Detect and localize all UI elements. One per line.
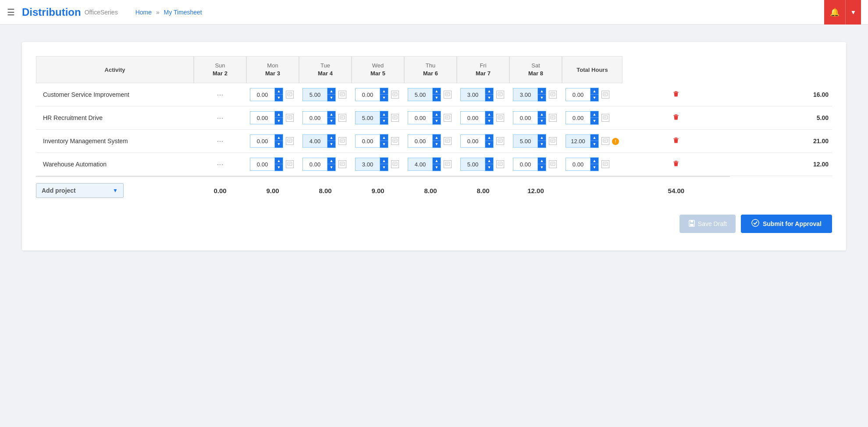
hour-input[interactable] <box>302 88 327 101</box>
hour-input[interactable] <box>513 111 537 124</box>
spin-up-button[interactable]: ▲ <box>591 111 598 118</box>
spin-down-button[interactable]: ▼ <box>538 95 546 101</box>
hour-input[interactable] <box>460 134 485 148</box>
comment-button[interactable] <box>391 91 399 99</box>
comment-button[interactable] <box>601 91 609 99</box>
hour-input[interactable] <box>513 158 537 171</box>
spin-up-button[interactable]: ▲ <box>275 88 283 95</box>
comment-button[interactable] <box>444 160 452 168</box>
spin-up-button[interactable]: ▲ <box>591 134 598 141</box>
row-options-dots[interactable]: ··· <box>194 153 246 176</box>
hour-input[interactable] <box>355 134 380 148</box>
spin-down-button[interactable]: ▼ <box>591 95 598 101</box>
submit-approval-button[interactable]: Submit for Approval <box>741 215 832 233</box>
hour-input[interactable] <box>355 88 380 101</box>
comment-button[interactable] <box>549 137 557 145</box>
spin-down-button[interactable]: ▼ <box>591 164 598 171</box>
hour-input[interactable] <box>566 134 590 148</box>
spin-up-button[interactable]: ▲ <box>433 111 441 118</box>
comment-button[interactable] <box>601 114 609 122</box>
spin-down-button[interactable]: ▼ <box>591 141 598 148</box>
spin-down-button[interactable]: ▼ <box>433 118 441 124</box>
spin-down-button[interactable]: ▼ <box>591 118 598 124</box>
spin-down-button[interactable]: ▼ <box>275 164 283 171</box>
comment-button[interactable] <box>286 160 294 168</box>
spin-down-button[interactable]: ▼ <box>275 118 283 124</box>
comment-button[interactable] <box>391 114 399 122</box>
comment-button[interactable] <box>391 137 399 145</box>
spin-down-button[interactable]: ▼ <box>485 118 493 124</box>
comment-button[interactable] <box>496 91 504 99</box>
comment-button[interactable] <box>338 114 346 122</box>
spin-up-button[interactable]: ▲ <box>327 88 335 95</box>
breadcrumb-home[interactable]: Home <box>135 9 152 16</box>
spin-up-button[interactable]: ▲ <box>275 111 283 118</box>
spin-down-button[interactable]: ▼ <box>380 164 388 171</box>
comment-button[interactable] <box>286 91 294 99</box>
spin-up-button[interactable]: ▲ <box>380 88 388 95</box>
comment-button[interactable] <box>444 137 452 145</box>
comment-button[interactable] <box>338 137 346 145</box>
spin-down-button[interactable]: ▼ <box>380 118 388 124</box>
comment-button[interactable] <box>496 114 504 122</box>
spin-up-button[interactable]: ▲ <box>433 88 441 95</box>
user-dropdown-button[interactable]: ▼ <box>845 0 861 25</box>
hour-input[interactable] <box>302 158 327 171</box>
hour-input[interactable] <box>566 111 590 124</box>
spin-down-button[interactable]: ▼ <box>275 95 283 101</box>
notification-bell-button[interactable]: 🔔 <box>824 0 845 25</box>
spin-down-button[interactable]: ▼ <box>538 164 546 171</box>
spin-down-button[interactable]: ▼ <box>485 164 493 171</box>
hour-input[interactable] <box>460 88 485 101</box>
hour-input[interactable] <box>250 111 274 124</box>
spin-up-button[interactable]: ▲ <box>275 158 283 164</box>
comment-button[interactable] <box>444 91 452 99</box>
spin-down-button[interactable]: ▼ <box>433 164 441 171</box>
hour-input[interactable] <box>302 134 327 148</box>
row-options-dots[interactable]: ··· <box>194 106 246 130</box>
delete-row-button[interactable] <box>671 135 681 147</box>
hour-input[interactable] <box>408 134 432 148</box>
hour-input[interactable] <box>513 134 537 148</box>
spin-down-button[interactable]: ▼ <box>485 141 493 148</box>
spin-up-button[interactable]: ▲ <box>327 134 335 141</box>
spin-up-button[interactable]: ▲ <box>433 158 441 164</box>
comment-button[interactable] <box>444 114 452 122</box>
hour-input[interactable] <box>355 158 380 171</box>
spin-down-button[interactable]: ▼ <box>538 141 546 148</box>
hour-input[interactable] <box>460 111 485 124</box>
spin-up-button[interactable]: ▲ <box>538 88 546 95</box>
hour-input[interactable] <box>408 158 432 171</box>
spin-up-button[interactable]: ▲ <box>380 111 388 118</box>
spin-down-button[interactable]: ▼ <box>380 141 388 148</box>
comment-button[interactable] <box>286 137 294 145</box>
spin-down-button[interactable]: ▼ <box>433 141 441 148</box>
comment-button[interactable] <box>338 160 346 168</box>
comment-button[interactable] <box>338 91 346 99</box>
comment-button[interactable] <box>601 160 609 168</box>
hour-input[interactable] <box>355 111 380 124</box>
spin-down-button[interactable]: ▼ <box>327 118 335 124</box>
hour-input[interactable] <box>408 88 432 101</box>
spin-up-button[interactable]: ▲ <box>327 158 335 164</box>
spin-down-button[interactable]: ▼ <box>433 95 441 101</box>
spin-down-button[interactable]: ▼ <box>327 95 335 101</box>
add-project-dropdown[interactable]: Add project ▼ <box>36 183 124 198</box>
comment-button[interactable] <box>601 137 609 145</box>
comment-button[interactable] <box>549 160 557 168</box>
spin-up-button[interactable]: ▲ <box>538 158 546 164</box>
spin-up-button[interactable]: ▲ <box>433 134 441 141</box>
spin-up-button[interactable]: ▲ <box>485 134 493 141</box>
spin-up-button[interactable]: ▲ <box>591 88 598 95</box>
spin-down-button[interactable]: ▼ <box>380 95 388 101</box>
spin-up-button[interactable]: ▲ <box>538 111 546 118</box>
spin-down-button[interactable]: ▼ <box>538 118 546 124</box>
hamburger-icon[interactable]: ☰ <box>7 7 15 18</box>
delete-row-button[interactable] <box>671 158 681 170</box>
comment-button[interactable] <box>496 137 504 145</box>
spin-up-button[interactable]: ▲ <box>275 134 283 141</box>
save-draft-button[interactable]: Save Draft <box>679 215 736 233</box>
spin-up-button[interactable]: ▲ <box>380 134 388 141</box>
comment-button[interactable] <box>549 91 557 99</box>
hour-input[interactable] <box>408 111 432 124</box>
